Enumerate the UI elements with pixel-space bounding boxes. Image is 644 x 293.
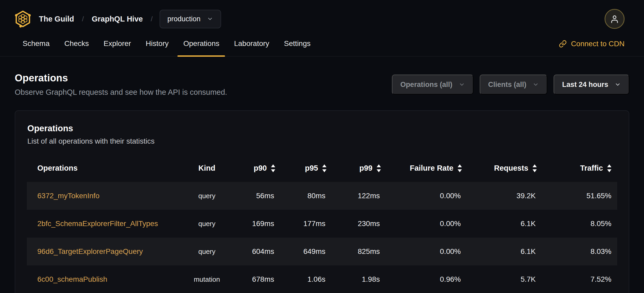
- kind-cell: query: [185, 238, 229, 265]
- card-subtitle: List of all operations with their statis…: [15, 137, 629, 145]
- table-row: 6c00_schemaPublish mutation 678ms 1.06s …: [27, 265, 617, 293]
- column-header-traffic[interactable]: Traffic: [537, 156, 617, 182]
- failure-rate-cell: 0.00%: [381, 238, 462, 265]
- p90-cell: 169ms: [229, 210, 275, 238]
- column-header-failure-rate[interactable]: Failure Rate: [381, 156, 462, 182]
- failure-rate-cell: 0.00%: [381, 182, 462, 210]
- sort-arrows-icon: [377, 164, 381, 172]
- p99-cell: 230ms: [326, 210, 381, 238]
- time-range-dropdown[interactable]: Last 24 hours: [554, 75, 629, 95]
- kind-cell: query: [185, 182, 229, 210]
- operations-filter-dropdown[interactable]: Operations (all): [392, 75, 473, 95]
- p95-cell: 177ms: [275, 210, 326, 238]
- target-selector-value: production: [167, 15, 201, 23]
- page-subtitle: Observe GraphQL requests and see how the…: [15, 88, 227, 97]
- operation-link[interactable]: 6372_myTokenInfo: [37, 192, 100, 200]
- clients-filter-label: Clients (all): [488, 81, 527, 89]
- p90-cell: 604ms: [229, 238, 275, 265]
- filter-bar: Operations (all) Clients (all) Last 24 h…: [392, 75, 629, 95]
- traffic-cell: 7.52%: [537, 265, 617, 293]
- operation-link[interactable]: 2bfc_SchemaExplorerFilter_AllTypes: [37, 219, 158, 228]
- column-header-kind: Kind: [185, 156, 229, 182]
- link-icon: [559, 40, 567, 48]
- sort-arrows-icon: [458, 164, 462, 172]
- column-header-p95[interactable]: p95: [275, 156, 326, 182]
- p95-cell: 1.06s: [275, 265, 326, 293]
- p95-cell: 80ms: [275, 182, 326, 210]
- column-header-operations: Operations: [27, 156, 185, 182]
- kind-cell: mutation: [185, 265, 229, 293]
- page-header: Operations Observe GraphQL requests and …: [0, 57, 644, 97]
- breadcrumb-org[interactable]: The Guild: [39, 15, 74, 23]
- column-header-requests[interactable]: Requests: [462, 156, 537, 182]
- chevron-down-icon: [459, 81, 465, 88]
- operations-filter-label: Operations (all): [400, 81, 452, 89]
- target-selector[interactable]: production: [160, 10, 221, 28]
- p99-cell: 825ms: [326, 238, 381, 265]
- chevron-down-icon: [615, 81, 621, 88]
- p99-cell: 122ms: [326, 182, 381, 210]
- tab-laboratory[interactable]: Laboratory: [227, 36, 277, 56]
- breadcrumb-separator: /: [82, 15, 84, 23]
- tab-explorer[interactable]: Explorer: [96, 36, 138, 56]
- tab-checks[interactable]: Checks: [57, 36, 96, 56]
- chevron-down-icon: [533, 81, 539, 88]
- operation-link[interactable]: 96d6_TargetExplorerPageQuery: [37, 247, 143, 255]
- column-header-p90[interactable]: p90: [229, 156, 275, 182]
- traffic-cell: 8.05%: [537, 210, 617, 238]
- breadcrumb-project[interactable]: GraphQL Hive: [92, 15, 143, 23]
- table-row: 2bfc_SchemaExplorerFilter_AllTypes query…: [27, 210, 617, 238]
- tab-operations[interactable]: Operations: [176, 36, 227, 56]
- tab-settings[interactable]: Settings: [277, 36, 318, 56]
- card-title: Operations: [15, 123, 629, 133]
- connect-to-cdn-button[interactable]: Connect to CDN: [559, 36, 625, 56]
- top-bar: The Guild / GraphQL Hive / production: [0, 0, 644, 36]
- sort-arrows-icon: [271, 164, 275, 172]
- page-title: Operations: [15, 72, 227, 84]
- time-range-label: Last 24 hours: [562, 81, 608, 89]
- sort-arrows-icon: [607, 164, 611, 172]
- kind-cell: query: [185, 210, 229, 238]
- breadcrumb: The Guild / GraphQL Hive /: [39, 15, 153, 23]
- sort-arrows-icon: [322, 164, 326, 172]
- page-title-block: Operations Observe GraphQL requests and …: [15, 72, 227, 97]
- traffic-cell: 51.65%: [537, 182, 617, 210]
- connect-to-cdn-label: Connect to CDN: [571, 40, 625, 48]
- user-icon: [610, 14, 620, 24]
- operations-card: Operations List of all operations with t…: [15, 110, 629, 293]
- clients-filter-dropdown[interactable]: Clients (all): [480, 75, 548, 95]
- p99-cell: 1.98s: [326, 265, 381, 293]
- table-row: 6372_myTokenInfo query 56ms 80ms 122ms 0…: [27, 182, 617, 210]
- tab-schema[interactable]: Schema: [15, 36, 57, 56]
- hive-logo-icon[interactable]: [15, 10, 31, 28]
- p95-cell: 649ms: [275, 238, 326, 265]
- user-avatar[interactable]: [605, 9, 625, 29]
- failure-rate-cell: 0.00%: [381, 210, 462, 238]
- requests-cell: 6.1K: [462, 238, 537, 265]
- tab-history[interactable]: History: [138, 36, 176, 56]
- breadcrumb-separator: /: [151, 15, 152, 23]
- table-row: 96d6_TargetExplorerPageQuery query 604ms…: [27, 238, 617, 265]
- column-header-p99[interactable]: p99: [326, 156, 381, 182]
- chevron-down-icon: [207, 16, 213, 22]
- operations-table: Operations Kind p90 p95 p99 Failure Rate: [27, 156, 617, 293]
- requests-cell: 6.1K: [462, 210, 537, 238]
- main-nav: Schema Checks Explorer History Operation…: [0, 36, 644, 57]
- traffic-cell: 8.03%: [537, 238, 617, 265]
- requests-cell: 39.2K: [462, 182, 537, 210]
- p90-cell: 678ms: [229, 265, 275, 293]
- operation-link[interactable]: 6c00_schemaPublish: [37, 275, 107, 283]
- requests-cell: 5.7K: [462, 265, 537, 293]
- sort-arrows-icon: [533, 164, 537, 172]
- p90-cell: 56ms: [229, 182, 275, 210]
- table-header-row: Operations Kind p90 p95 p99 Failure Rate: [27, 156, 617, 182]
- failure-rate-cell: 0.96%: [381, 265, 462, 293]
